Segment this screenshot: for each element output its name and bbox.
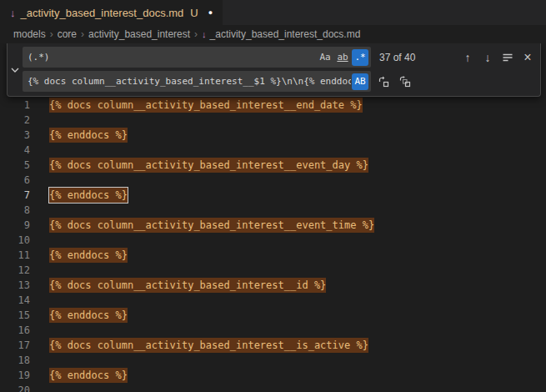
editor[interactable]: 1{% docs column__activity_based_interest… <box>0 43 546 392</box>
match-count: 37 of 40 <box>379 52 415 63</box>
code-line[interactable]: 7{% enddocs %} <box>0 188 546 203</box>
regex-toggle[interactable]: .* <box>352 49 368 66</box>
line-content <box>30 113 49 128</box>
line-number: 2 <box>0 113 30 128</box>
code-line[interactable]: 4 <box>0 143 546 158</box>
markdown-file-icon: ↓ <box>10 8 16 18</box>
line-number: 5 <box>0 158 30 173</box>
find-match: {% docs column__activity_based_interest_… <box>49 158 368 173</box>
find-row: (.*) Aa ab .* 37 of 40 ↑ ↓ <box>23 47 537 68</box>
replace-button[interactable] <box>374 73 393 91</box>
breadcrumb-separator: › <box>194 28 198 40</box>
code-line[interactable]: 8 <box>0 203 546 218</box>
tab-bar: ↓ _activity_based_interest_docs.md U ● <box>0 0 546 25</box>
line-number: 8 <box>0 203 30 218</box>
code-line[interactable]: 5{% docs column__activity_based_interest… <box>0 158 546 173</box>
breadcrumb-item-label: activity_based_interest <box>88 28 190 40</box>
line-number: 17 <box>0 338 30 353</box>
replace-row: {% docs column__activity_based_interest_… <box>23 71 537 92</box>
line-content <box>30 323 49 338</box>
find-replace-widget: (.*) Aa ab .* 37 of 40 ↑ ↓ <box>7 43 541 97</box>
line-content <box>30 293 49 308</box>
code-line[interactable]: 10 <box>0 233 546 248</box>
line-content: {% docs column__activity_based_interest_… <box>30 218 374 233</box>
breadcrumb-item[interactable]: ↓_activity_based_interest_docs.md <box>202 28 360 40</box>
line-content <box>30 173 49 188</box>
find-match: {% docs column__activity_based_interest_… <box>49 278 326 293</box>
code-line[interactable]: 3{% enddocs %} <box>0 128 546 143</box>
line-content: {% docs column__activity_based_interest_… <box>30 338 368 353</box>
find-row-actions: ↑ ↓ × <box>458 48 537 67</box>
previous-match-button[interactable]: ↑ <box>458 48 477 67</box>
find-match: {% docs column__activity_based_interest_… <box>49 98 363 113</box>
git-status-badge: U <box>190 7 198 19</box>
line-content: {% docs column__activity_based_interest_… <box>30 98 363 113</box>
line-number: 4 <box>0 143 30 158</box>
breadcrumb-item[interactable]: models <box>13 28 46 40</box>
line-number: 16 <box>0 323 30 338</box>
line-content <box>30 383 49 392</box>
code-line[interactable]: 15{% enddocs %} <box>0 308 546 323</box>
line-content: {% docs column__activity_based_interest_… <box>30 158 368 173</box>
match-case-toggle[interactable]: Aa <box>317 49 333 66</box>
preserve-case-toggle[interactable]: AB <box>352 73 368 90</box>
code-line[interactable]: 6 <box>0 173 546 188</box>
code-line[interactable]: 2 <box>0 113 546 128</box>
tab-activity-based-interest-docs[interactable]: ↓ _activity_based_interest_docs.md U ● <box>0 0 223 25</box>
line-number: 19 <box>0 368 30 383</box>
line-content: {% enddocs %} <box>30 188 128 203</box>
breadcrumb-item[interactable]: activity_based_interest <box>88 28 190 40</box>
modified-dot-icon[interactable]: ● <box>208 8 213 17</box>
line-number: 1 <box>0 98 30 113</box>
find-match: {% enddocs %} <box>49 368 128 383</box>
line-content <box>30 143 49 158</box>
code-line[interactable]: 17{% docs column__activity_based_interes… <box>0 338 546 353</box>
line-content: {% enddocs %} <box>30 368 128 383</box>
vscode-window: ↓ _activity_based_interest_docs.md U ● m… <box>0 0 546 392</box>
code-line[interactable]: 12 <box>0 263 546 278</box>
code-line[interactable]: 1{% docs column__activity_based_interest… <box>0 98 546 113</box>
find-in-selection-button[interactable] <box>498 48 517 67</box>
code-line[interactable]: 20 <box>0 383 546 392</box>
line-number: 11 <box>0 248 30 263</box>
line-number: 9 <box>0 218 30 233</box>
line-number: 20 <box>0 383 30 392</box>
code-line[interactable]: 18 <box>0 353 546 368</box>
replace-input[interactable]: {% docs column__activity_based_interest_… <box>23 71 371 92</box>
breadcrumb-separator: › <box>81 28 84 40</box>
line-content: {% docs column__activity_based_interest_… <box>30 278 326 293</box>
code-line[interactable]: 11{% enddocs %} <box>0 248 546 263</box>
find-match: {% enddocs %} <box>49 308 128 323</box>
breadcrumb-item[interactable]: core <box>58 28 77 40</box>
find-widget-rows: (.*) Aa ab .* 37 of 40 ↑ ↓ <box>23 43 540 96</box>
line-number: 14 <box>0 293 30 308</box>
code-line[interactable]: 19{% enddocs %} <box>0 368 546 383</box>
breadcrumb-separator: › <box>50 28 53 40</box>
code-line[interactable]: 13{% docs column__activity_based_interes… <box>0 278 546 293</box>
line-content <box>30 203 49 218</box>
line-number: 13 <box>0 278 30 293</box>
code-line[interactable]: 16 <box>0 323 546 338</box>
whole-word-toggle[interactable]: ab <box>334 49 351 66</box>
find-input[interactable]: (.*) Aa ab .* <box>23 47 371 68</box>
toggle-replace-button[interactable] <box>8 43 23 96</box>
find-input-value[interactable]: (.*) <box>28 52 316 63</box>
code-line[interactable]: 14 <box>0 293 546 308</box>
line-content: {% enddocs %} <box>30 248 128 263</box>
line-number: 12 <box>0 263 30 278</box>
tab-filename: _activity_based_interest_docs.md <box>21 7 184 19</box>
code-line[interactable]: 9{% docs column__activity_based_interest… <box>0 218 546 233</box>
chevron-down-icon <box>10 65 20 75</box>
replace-input-value[interactable]: {% docs column__activity_based_interest_… <box>28 76 351 87</box>
replace-all-button[interactable] <box>396 73 414 91</box>
line-content: {% enddocs %} <box>30 128 128 143</box>
find-match: {% docs column__activity_based_interest_… <box>49 218 374 233</box>
breadcrumb-item-label: models <box>13 28 46 40</box>
line-number: 10 <box>0 233 30 248</box>
line-number: 3 <box>0 128 30 143</box>
line-number: 18 <box>0 353 30 368</box>
breadcrumb-item-label: _activity_based_interest_docs.md <box>210 28 361 40</box>
next-match-button[interactable]: ↓ <box>478 48 497 67</box>
line-number: 6 <box>0 173 30 188</box>
close-icon[interactable]: × <box>518 48 537 67</box>
